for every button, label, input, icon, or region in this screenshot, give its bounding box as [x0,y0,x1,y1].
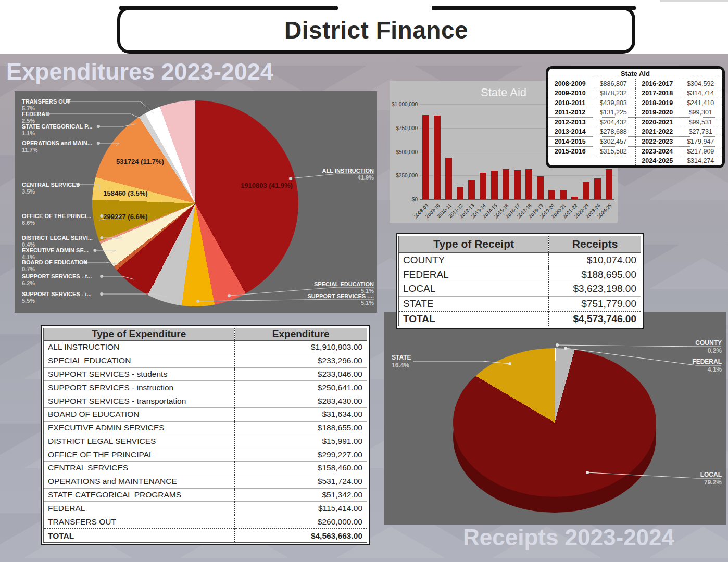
state-aid-year-cell: 2008-2009 [548,79,592,88]
pie-callout-state-categorical-programs: STATE CATEGORICAL P...1.1% [22,123,92,137]
pie-callout-office-of-the-principal: OFFICE OF THE PRINCI...6.6% [22,213,91,226]
bar-2022-23[interactable] [583,182,589,199]
pie-callout-label: DISTRICT LEGAL SERVI... [22,235,93,241]
pie-callout-state: STATE16.4% [392,354,411,369]
table-header-row: Type of ReceiptReceipts [399,236,641,252]
column-header: Receipts [549,236,641,252]
pie-callout-label: ALL INSTRUCTION [322,168,374,174]
pie-callout-percent: 5.1% [307,300,374,306]
expenditure-name-cell: SUPPORT SERVICES - students [44,367,234,381]
pie-callout-label: STATE CATEGORICAL P... [22,123,92,130]
state-aid-value-cell: $99,531 [679,118,723,127]
state-aid-value-cell: $886,807 [592,79,636,88]
table-row: DISTRICT LEGAL SERVICES$15,991.00 [44,435,367,448]
state-aid-year-cell: 2015-2016 [548,146,592,156]
state-aid-value-cell: $179,947 [679,137,723,147]
table-row: 2014-2015$302,4572022-2023$179,947 [548,137,722,147]
pie-callout-district-legal-services: DISTRICT LEGAL SERVI...0.4% [22,235,93,248]
table-row: SUPPORT SERVICES - transportation$283,43… [44,394,367,408]
pie-callout-central-services: CENTRAL SERVICES3.5% [22,182,80,195]
state-aid-value-cell [592,156,636,165]
state-aid-value-cell: $302,457 [592,137,636,147]
bar-2008-09[interactable] [422,115,429,199]
table-row: 2008-2009$886,8072016-2017$304,592 [548,79,722,88]
receipts-pie-panel: COUNTY0.2%FEDERAL4.1%LOCAL79.2%STATE16.4… [384,312,726,525]
expenditure-name-cell: TRANSFERS OUT [44,515,234,529]
column-header: Type of Expenditure [44,328,234,340]
pie-callout-federal: FEDERAL2.5% [22,111,49,124]
state-aid-year-cell: 2010-2011 [548,98,592,108]
pie-callout-label: COUNTY [695,339,722,347]
expenditure-value-cell: $260,000.00 [234,515,367,529]
receipts-heading: Receipts 2023-2024 [411,525,726,551]
title-banner: District Finance [117,7,635,54]
pie-callout-all-instruction: ALL INSTRUCTION41.9% [322,168,374,181]
pie-callout-label: OFFICE OF THE PRINCI... [22,213,91,220]
table-row: 2011-2012$131,2252019-2020$99,301 [548,108,722,118]
expenditures-pie-chart[interactable] [92,100,298,306]
bar-2023-24[interactable] [594,178,601,199]
expenditure-value-cell: $250,641.00 [234,381,367,394]
bar-2020-21[interactable] [560,190,567,199]
expenditure-name-cell: FEDERAL [44,502,234,515]
bar-chart-y-tick: $500,000 [390,149,418,155]
state-aid-value-cell: $27,731 [679,127,723,137]
table-total-row: TOTAL$4,573,746.00 [399,311,641,326]
bar-2010-11[interactable] [445,158,452,199]
pie-callout-percent: 6.6% [22,220,91,226]
title-banner-top-segment-right [432,6,636,10]
bar-2015-16[interactable] [503,169,509,199]
expenditure-name-cell: OPERATIONS and MAINTENANCE [44,475,234,488]
bar-chart-y-tick: $0 [390,197,418,202]
bar-2019-20[interactable] [548,190,555,199]
pie-callout-percent: 0.2% [695,347,722,355]
pie-inner-label: 531724 (11.7%) [101,158,179,165]
expenditure-value-cell: $233,296.00 [234,354,367,367]
expenditure-name-cell: SPECIAL EDUCATION [44,354,234,367]
expenditure-value-cell: $15,991.00 [234,435,367,448]
table-row: LOCAL$3,623,198.00 [399,282,641,297]
receipt-value-cell: $751,779.00 [549,296,641,311]
table-row: 2015-2016$315,5822023-2024$217,909 [548,146,722,156]
bar-2017-18[interactable] [525,169,532,199]
expenditure-name-cell: EXECUTIVE ADMIN SERVICES [44,421,234,435]
expenditure-total-value: $4,563,663.00 [234,529,367,542]
receipt-name-cell: FEDERAL [399,267,549,282]
pie-callout-label: LOCAL [700,471,722,479]
bar-2021-22[interactable] [571,197,578,199]
state-aid-table: State Aid2008-2009$886,8072016-2017$304,… [546,66,725,168]
pie-callout-label: SUPPORT SERVICES -... [307,293,374,300]
state-aid-year-cell: 2024-2025 [635,156,679,165]
expenditure-name-cell: ALL INSTRUCTION [44,340,234,354]
state-aid-year-cell: 2019-2020 [635,108,679,118]
bar-2014-15[interactable] [491,171,498,199]
expenditure-value-cell: $233,046.00 [234,367,367,381]
bar-2012-13[interactable] [468,180,475,199]
pie-callout-label: OPERATIONS and MAIN... [22,140,92,147]
pie-callout-label: SPECIAL EDUCATION [314,281,374,288]
bar-2009-10[interactable] [434,116,441,199]
state-aid-year-cell: 2013-2014 [548,127,592,137]
pie-callout-federal: FEDERAL4.1% [692,358,722,374]
table-row: 2010-2011$439,8032018-2019$241,410 [548,98,722,108]
receipts-pie-chart[interactable] [453,348,656,497]
table-row: SUPPORT SERVICES - students$233,046.00 [44,367,367,381]
bar-chart-y-tick: $250,000 [390,173,418,178]
table-row: 2013-2014$278,6882021-2022$27,731 [548,127,722,137]
bar-2018-19[interactable] [537,176,544,199]
top-right-strip [660,0,728,2]
table-row: STATE$751,779.00 [399,296,641,311]
bar-2013-14[interactable] [480,173,486,199]
title-banner-top-segment-left [119,6,338,10]
pie-callout-percent: 1.1% [22,130,92,137]
bar-2011-12[interactable] [457,187,463,199]
bar-2016-17[interactable] [514,170,521,199]
table-row: OFFICE OF THE PRINCIPAL$299,227.00 [44,448,367,462]
table-row: 2012-2013$204,4322020-2021$99,531 [548,118,722,127]
state-aid-table-title-row: State Aid [548,69,722,79]
table-row: BOARD OF EDUCATION$31,634.00 [44,408,367,422]
bar-chart-gridline [420,199,614,200]
receipt-name-cell: STATE [399,296,549,311]
bar-2024-25[interactable] [606,169,612,199]
pie-callout-percent: 3.5% [22,188,80,195]
